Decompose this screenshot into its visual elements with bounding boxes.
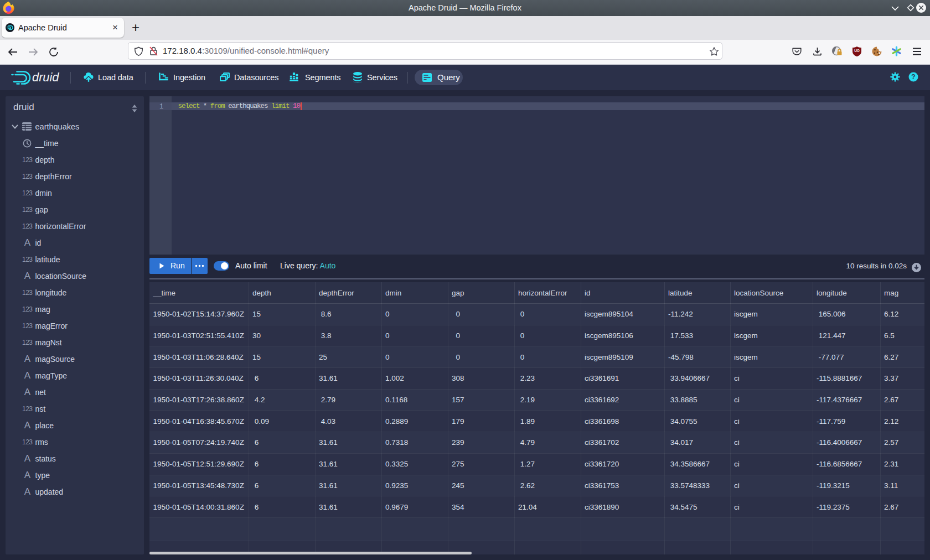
svg-text:?: ?	[911, 73, 915, 81]
svg-text:UO: UO	[854, 49, 860, 53]
